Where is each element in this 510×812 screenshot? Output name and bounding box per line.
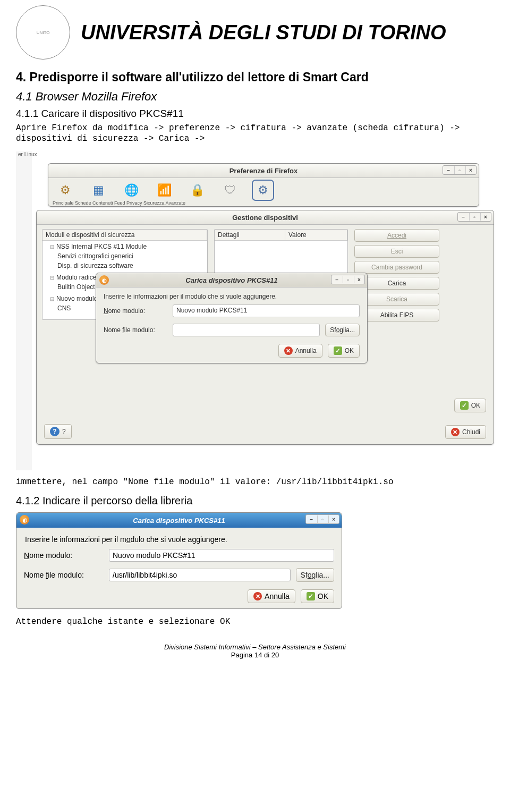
firefox-icon: ◐ (99, 275, 109, 285)
firefox-icon: ◐ (20, 515, 29, 525)
minimize-icon[interactable]: – (444, 166, 453, 174)
footer-line1: Divisione Sistemi Informativi – Settore … (16, 643, 494, 651)
pkcs-message: Inserire le informazioni per il modulo c… (96, 287, 367, 301)
esci-button[interactable]: Esci (354, 245, 439, 258)
tab-feed-icon[interactable]: 📶 (155, 181, 174, 199)
minimize-icon[interactable]: – (458, 213, 468, 221)
annulla-button[interactable]: ✕ Annulla (278, 344, 322, 358)
accedi-button[interactable]: Accedi (354, 229, 439, 242)
device-manager-title: Gestione dispositivi (232, 214, 298, 222)
window-controls[interactable]: – ▫ × (305, 514, 339, 524)
check-icon: ✓ (460, 401, 469, 410)
close-icon[interactable]: × (328, 515, 338, 523)
instruction-1: Aprire Firefox da modifica -> preferenze… (16, 123, 494, 144)
close-icon[interactable]: × (465, 166, 475, 174)
minimize-icon[interactable]: – (332, 276, 342, 283)
maximize-icon[interactable]: ▫ (454, 166, 464, 174)
check-icon: ✓ (334, 346, 342, 355)
nome-file-label: Nome file modulo: (24, 571, 104, 579)
tree-servizi[interactable]: Servizi crittografici generici (57, 251, 207, 261)
sfoglia-button[interactable]: Sfoglia... (296, 568, 335, 582)
subsection-4-1: 4.1 Browser Mozilla Firefox (16, 90, 494, 104)
pkcs2-titlebar: ◐ Carica dispositivo PKCS#11 – ▫ × (16, 513, 342, 528)
nome-file-input[interactable] (173, 324, 320, 336)
tab-advanced-icon[interactable]: ⚙ (253, 181, 273, 199)
tab-tabs-icon[interactable]: ▦ (89, 181, 108, 199)
tab-content-icon[interactable]: 🌐 (122, 181, 141, 199)
window-controls[interactable]: – ▫ × (457, 212, 491, 222)
footer-line2: Pagina 14 di 20 (16, 651, 494, 659)
instruction-3: Attendere qualche istante e selezionare … (16, 616, 494, 627)
screenshot-pkcs-dialog-2: ◐ Carica dispositivo PKCS#11 – ▫ × Inser… (16, 512, 342, 609)
tree-header: Moduli e dispositivi di sicurezza (42, 230, 207, 240)
maximize-icon[interactable]: ▫ (469, 213, 479, 221)
preferences-window: Preferenze di Firefox – ▫ × ⚙ ▦ 🌐 📶 🔒 🛡 … (48, 163, 479, 207)
preferences-toolbar: ⚙ ▦ 🌐 📶 🔒 🛡 ⚙ (48, 178, 479, 200)
window-controls[interactable]: – ▫ × (331, 275, 365, 284)
close-icon[interactable]: × (354, 276, 364, 283)
check-icon: ✓ (307, 592, 315, 600)
col-valore: Valore (285, 230, 347, 240)
subsection-4-1-1: 4.1.1 Caricare il dispositivo PKCS#11 (16, 108, 494, 120)
tree-nss[interactable]: NSS Internal PKCS #11 Module Servizi cri… (50, 242, 207, 273)
pkcs2-title: Carica dispositivo PKCS#11 (133, 517, 225, 525)
col-dettagli: Dettagli (215, 230, 285, 240)
device-ok-button[interactable]: ✓ OK (454, 399, 486, 412)
page-header: UNITO UNIVERSITÀ DEGLI STUDI DI TORINO (16, 5, 494, 60)
preferences-titlebar: Preferenze di Firefox – ▫ × (48, 164, 479, 178)
cambia-password-button[interactable]: Cambia password (354, 261, 439, 274)
cancel-icon: ✕ (253, 592, 262, 600)
instruction-2: immettere, nel campo "Nome file modulo" … (16, 477, 494, 487)
toolbar-labels: Principale Schede Contenuti Feed Privacy… (48, 200, 479, 208)
nome-file-label: Nome file modulo: (104, 326, 167, 334)
annulla-button[interactable]: ✕ Annulla (248, 589, 295, 603)
help-icon: ? (50, 427, 60, 436)
maximize-icon[interactable]: ▫ (343, 276, 353, 283)
screenshot-preferences: er Linux Preferenze di Firefox – ▫ × ⚙ ▦… (16, 151, 494, 470)
tab-privacy-icon[interactable]: 🔒 (188, 181, 207, 199)
pkcs-title: Carica dispositivo PKCS#11 (185, 276, 277, 284)
pkcs-dialog: ◐ Carica dispositivo PKCS#11 – ▫ × Inser… (96, 273, 368, 363)
university-seal-icon: UNITO (16, 5, 70, 60)
ok-button[interactable]: ✓ OK (301, 589, 334, 603)
nome-modulo-label: Nome modulo: (104, 307, 167, 315)
tree-disp[interactable]: Disp. di sicurezza software (57, 261, 207, 270)
pkcs2-message: Inserire le informazioni per il modulo c… (16, 528, 342, 546)
close-icon[interactable]: × (480, 213, 490, 221)
nome-modulo-input[interactable]: Nuovo modulo PKCS#11 (109, 549, 334, 562)
sfoglia-button[interactable]: Sfoglia... (325, 324, 360, 336)
minimize-icon[interactable]: – (307, 515, 316, 523)
preferences-title: Preferenze di Firefox (230, 167, 298, 175)
nome-file-input[interactable]: /usr/lib/libbit4ipki.so (109, 569, 291, 581)
tab-security-icon[interactable]: 🛡 (220, 181, 240, 199)
help-button[interactable]: ? ? (44, 424, 72, 439)
nome-modulo-label: Nome modulo: (24, 551, 104, 560)
subsection-4-1-2: 4.1.2 Indicare il percorso della libreri… (16, 495, 494, 507)
window-controls[interactable]: – ▫ × (443, 165, 477, 175)
tab-main-icon[interactable]: ⚙ (56, 181, 75, 199)
background-left-strip (16, 151, 32, 470)
pkcs-titlebar: ◐ Carica dispositivo PKCS#11 – ▫ × (96, 273, 367, 287)
section-title: 4. Predisporre il software all'utilizzo … (16, 70, 494, 84)
device-manager-titlebar: Gestione dispositivi – ▫ × (37, 210, 494, 225)
close-icon: ✕ (451, 428, 460, 436)
page-footer: Divisione Sistemi Informativi – Settore … (16, 643, 494, 659)
chiudi-button[interactable]: ✕ Chiudi (445, 425, 486, 439)
ok-button[interactable]: ✓ OK (328, 344, 360, 358)
maximize-icon[interactable]: ▫ (317, 515, 327, 523)
nome-modulo-input[interactable]: Nuovo modulo PKCS#11 (173, 304, 360, 317)
cancel-icon: ✕ (284, 346, 293, 355)
header-title: UNIVERSITÀ DEGLI STUDI DI TORINO (81, 21, 446, 44)
